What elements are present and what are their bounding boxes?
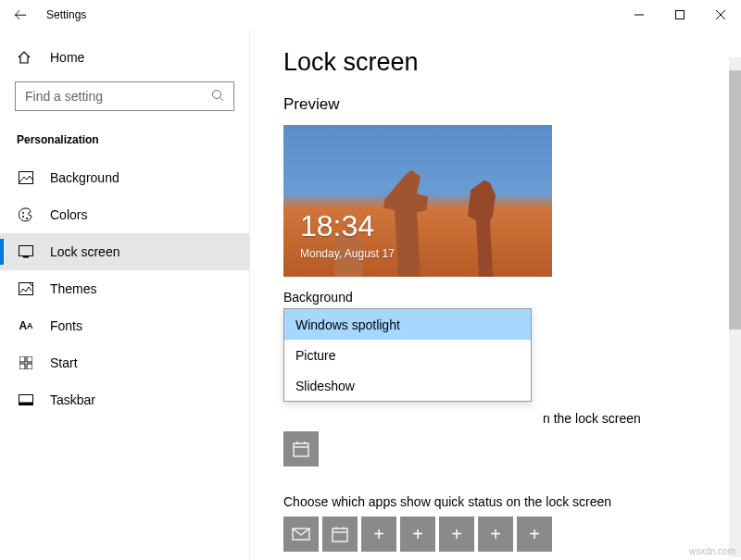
start-icon (17, 356, 35, 369)
lock-screen-preview: 18:34 Monday, August 17 (283, 125, 552, 277)
calendar-icon (331, 525, 349, 543)
detailed-status-app-tile[interactable] (283, 431, 319, 467)
svg-rect-1 (676, 11, 684, 19)
sidebar-item-start[interactable]: Start (0, 344, 249, 381)
detailed-status-text-fragment: n the lock screen (283, 411, 710, 426)
window-title: Settings (46, 8, 86, 21)
plus-icon: + (529, 524, 540, 545)
sidebar-item-label: Start (50, 355, 78, 370)
svg-point-8 (22, 216, 24, 218)
back-button[interactable]: 🡠 (7, 2, 33, 28)
palette-icon (17, 207, 35, 222)
svg-rect-24 (333, 529, 347, 541)
minimize-button[interactable] (619, 1, 659, 29)
svg-rect-15 (19, 364, 25, 369)
sidebar-item-label: Taskbar (50, 392, 95, 407)
quick-status-tile-mail[interactable] (283, 516, 319, 552)
minimize-icon (634, 10, 644, 19)
plus-icon: + (451, 524, 462, 545)
sidebar-item-label: Background (50, 170, 119, 185)
quick-status-tile-calendar[interactable] (322, 516, 358, 552)
svg-rect-19 (294, 443, 308, 456)
background-dropdown[interactable]: Windows spotlight Picture Slideshow (283, 308, 532, 402)
dropdown-option-slideshow[interactable]: Slideshow (284, 370, 531, 401)
mail-icon (292, 528, 310, 541)
calendar-icon (292, 440, 310, 458)
quick-status-tile-add[interactable]: + (478, 516, 513, 552)
search-icon (211, 89, 224, 105)
quick-status-tile-add[interactable]: + (400, 516, 435, 552)
title-bar: 🡠 Settings (0, 0, 741, 30)
scrollbar-thumb[interactable] (729, 70, 741, 330)
sidebar-item-label: Fonts (50, 318, 82, 333)
plus-icon: + (373, 524, 384, 545)
sidebar-item-label: Themes (50, 281, 97, 296)
background-label: Background (283, 290, 741, 305)
quick-status-tile-add[interactable]: + (361, 516, 396, 552)
home-nav[interactable]: Home (0, 39, 249, 76)
lock-screen-icon (17, 245, 35, 258)
svg-rect-14 (27, 356, 32, 362)
fonts-icon: AA (17, 319, 35, 332)
sidebar-item-fonts[interactable]: AA Fonts (0, 307, 249, 344)
svg-rect-10 (19, 246, 33, 256)
svg-rect-13 (19, 356, 25, 362)
svg-rect-18 (19, 403, 32, 405)
themes-icon (17, 282, 35, 295)
taskbar-icon (17, 394, 35, 405)
svg-point-7 (22, 212, 24, 214)
main-content: Lock screen Preview 18:34 Monday, August… (250, 30, 741, 560)
close-button[interactable] (700, 1, 741, 29)
quick-status-label: Choose which apps show quick status on t… (283, 494, 741, 509)
sidebar-item-themes[interactable]: Themes (0, 270, 249, 307)
sidebar-item-label: Lock screen (50, 244, 119, 259)
section-header: Personalization (0, 118, 249, 159)
svg-point-4 (213, 90, 221, 98)
search-placeholder: Find a setting (25, 89, 103, 104)
sidebar-item-colors[interactable]: Colors (0, 196, 249, 233)
search-input[interactable]: Find a setting (15, 81, 234, 111)
picture-icon (17, 171, 35, 184)
quick-status-tiles: + + + + + (283, 516, 741, 552)
svg-point-9 (26, 218, 28, 219)
sidebar-item-lock-screen[interactable]: Lock screen (0, 233, 249, 270)
dropdown-option-spotlight[interactable]: Windows spotlight (284, 309, 531, 340)
plus-icon: + (490, 524, 501, 545)
quick-status-tile-add[interactable]: + (439, 516, 474, 552)
svg-rect-16 (27, 364, 32, 369)
sidebar: Home Find a setting Personalization Back… (0, 30, 250, 560)
svg-rect-11 (23, 256, 29, 258)
preview-date: Monday, August 17 (300, 247, 395, 260)
preview-time: 18:34 (300, 209, 374, 243)
sidebar-item-background[interactable]: Background (0, 159, 249, 196)
preview-label: Preview (283, 95, 741, 114)
maximize-button[interactable] (659, 1, 700, 29)
maximize-icon (675, 10, 684, 19)
home-icon (17, 50, 35, 65)
quick-status-tile-add[interactable]: + (517, 516, 552, 552)
dropdown-option-picture[interactable]: Picture (284, 340, 531, 370)
home-label: Home (50, 50, 84, 65)
svg-line-5 (220, 97, 224, 101)
vertical-scrollbar[interactable] (729, 57, 741, 557)
plus-icon: + (412, 524, 423, 545)
sidebar-item-taskbar[interactable]: Taskbar (0, 381, 249, 418)
close-icon (716, 10, 725, 19)
watermark: wsxdn.com (689, 546, 735, 556)
page-title: Lock screen (283, 48, 741, 77)
sidebar-item-label: Colors (50, 207, 87, 222)
